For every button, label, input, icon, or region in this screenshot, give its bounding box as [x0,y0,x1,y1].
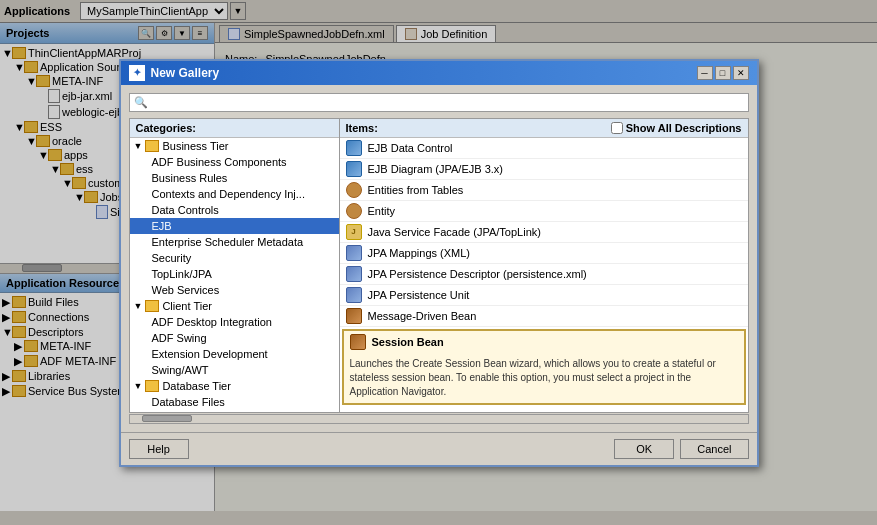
cat-toplink-label: TopLink/JPA [152,268,212,280]
label-message-bean: Message-Driven Bean [368,310,477,322]
folder-icon-ct [145,300,159,312]
label-jpa-persistence-desc: JPA Persistence Descriptor (persistence.… [368,268,587,280]
item-jpa-persistence-unit[interactable]: JPA Persistence Unit [340,285,748,306]
cat-swing-awt-label: Swing/AWT [152,364,209,376]
item-message-bean[interactable]: Message-Driven Bean [340,306,748,327]
icon-session-bean [350,334,366,350]
cat-bt-label: Business Tier [162,140,228,152]
label-ejb-data-control: EJB Data Control [368,142,453,154]
modal-hscrollbar[interactable] [129,414,749,424]
categories-panel: Categories: ▼ Business Tier ADF Business… [130,119,340,412]
cat-db-tier[interactable]: ▼ Database Tier [130,378,339,394]
icon-jpa-mappings [346,245,362,261]
cat-adf-swing-label: ADF Swing [152,332,207,344]
cat-ext-dev-label: Extension Development [152,348,268,360]
search-icon: 🔍 [134,96,148,109]
expand-client-tier: ▼ [134,301,143,311]
icon-jpa-persistence-desc [346,266,362,282]
label-entities-tables: Entities from Tables [368,184,464,196]
expand-db-tier: ▼ [134,381,143,391]
modal-scrollbar-thumb [142,415,192,422]
items-header: Items: Show All Descriptions [340,119,748,138]
label-session-bean: Session Bean [372,336,444,348]
modal-search-bar[interactable]: 🔍 [129,93,749,112]
modal-title-text: New Gallery [151,66,220,80]
modal-title-icon: ✦ [129,65,145,81]
label-jpa-mappings: JPA Mappings (XML) [368,247,471,259]
cat-ejb[interactable]: EJB [130,218,339,234]
cat-security[interactable]: Security [130,250,339,266]
cat-data-controls[interactable]: Data Controls [130,202,339,218]
cat-toplink[interactable]: TopLink/JPA [130,266,339,282]
icon-jpa-persistence-unit [346,287,362,303]
cat-ejb-label: EJB [152,220,172,232]
show-all-section[interactable]: Show All Descriptions [611,122,742,134]
cat-web-services-label: Web Services [152,284,220,296]
cancel-button[interactable]: Cancel [680,439,748,459]
cat-adf-desktop-label: ADF Desktop Integration [152,316,272,328]
cat-adf-swing[interactable]: ADF Swing [130,330,339,346]
modal-body: 🔍 Categories: ▼ Business Tier ADF Busine… [121,85,757,432]
item-entity[interactable]: Entity [340,201,748,222]
cat-ext-dev[interactable]: Extension Development [130,346,339,362]
item-java-facade[interactable]: J Java Service Facade (JPA/TopLink) [340,222,748,243]
folder-icon-dt [145,380,159,392]
cat-swing-awt[interactable]: Swing/AWT [130,362,339,378]
categories-header: Categories: [130,119,339,138]
cat-ent-scheduler-label: Enterprise Scheduler Metadata [152,236,304,248]
cat-adf-bc[interactable]: ADF Business Components [130,154,339,170]
cat-ct-label: Client Tier [162,300,212,312]
modal-search-input[interactable] [152,96,744,108]
item-ejb-data-control[interactable]: EJB Data Control [340,138,748,159]
cat-adf-desktop[interactable]: ADF Desktop Integration [130,314,339,330]
items-panel: Items: Show All Descriptions EJB Data Co… [340,119,748,412]
label-java-facade: Java Service Facade (JPA/TopLink) [368,226,541,238]
cat-contexts-label: Contexts and Dependency Inj... [152,188,305,200]
label-entity: Entity [368,205,396,217]
cat-client-tier[interactable]: ▼ Client Tier [130,298,339,314]
modal-titlebar: ✦ New Gallery ─ □ ✕ [121,61,757,85]
expand-business-tier: ▼ [134,141,143,151]
icon-ejb-data-control [346,140,362,156]
item-jpa-persistence-desc[interactable]: JPA Persistence Descriptor (persistence.… [340,264,748,285]
help-button[interactable]: Help [129,439,189,459]
label-ejb-diagram: EJB Diagram (JPA/EJB 3.x) [368,163,504,175]
modal-minimize-btn[interactable]: ─ [697,66,713,80]
cat-contexts[interactable]: Contexts and Dependency Inj... [130,186,339,202]
cat-biz-rules-label: Business Rules [152,172,228,184]
show-all-label: Show All Descriptions [626,122,742,134]
modal-title-section: ✦ New Gallery [129,65,220,81]
modal-overlay: ✦ New Gallery ─ □ ✕ 🔍 Categories: [0,0,877,525]
icon-message-bean [346,308,362,324]
session-bean-desc: Launches the Create Session Bean wizard,… [344,353,744,403]
cat-db-files-label: Database Files [152,396,225,408]
folder-icon-bt [145,140,159,152]
cat-db-objects[interactable]: Database Objects [130,410,339,412]
show-all-checkbox[interactable] [611,122,623,134]
ok-cancel-section: OK Cancel [614,439,748,459]
item-ejb-diagram[interactable]: EJB Diagram (JPA/EJB 3.x) [340,159,748,180]
new-gallery-modal: ✦ New Gallery ─ □ ✕ 🔍 Categories: [119,59,759,467]
icon-ejb-diagram [346,161,362,177]
modal-content-area: Categories: ▼ Business Tier ADF Business… [129,118,749,413]
cat-business-tier[interactable]: ▼ Business Tier [130,138,339,154]
modal-footer: Help OK Cancel [121,432,757,465]
icon-entities-tables [346,182,362,198]
modal-close-btn[interactable]: ✕ [733,66,749,80]
item-jpa-mappings[interactable]: JPA Mappings (XML) [340,243,748,264]
cat-dt-label: Database Tier [162,380,230,392]
cat-biz-rules[interactable]: Business Rules [130,170,339,186]
cat-data-controls-label: Data Controls [152,204,219,216]
ok-button[interactable]: OK [614,439,674,459]
cat-security-label: Security [152,252,192,264]
items-header-label: Items: [346,122,378,134]
item-session-bean-row[interactable]: Session Bean [344,331,744,353]
cat-web-services[interactable]: Web Services [130,282,339,298]
modal-maximize-btn[interactable]: □ [715,66,731,80]
cat-db-files[interactable]: Database Files [130,394,339,410]
icon-java-facade: J [346,224,362,240]
item-session-bean-selected[interactable]: Session Bean Launches the Create Session… [342,329,746,405]
modal-window-controls: ─ □ ✕ [697,66,749,80]
cat-ent-scheduler[interactable]: Enterprise Scheduler Metadata [130,234,339,250]
item-entities-tables[interactable]: Entities from Tables [340,180,748,201]
